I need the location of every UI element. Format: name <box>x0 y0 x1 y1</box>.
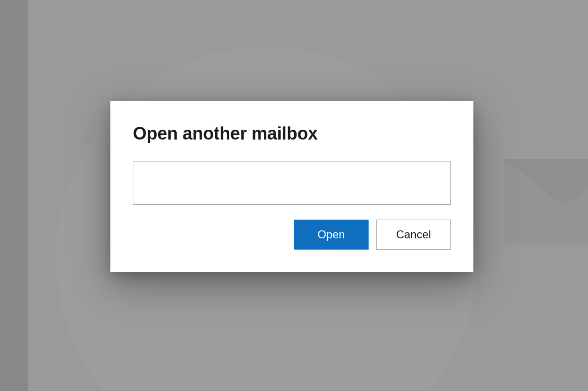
open-mailbox-dialog: Open another mailbox Open Cancel <box>110 101 473 272</box>
dialog-title: Open another mailbox <box>133 124 451 144</box>
open-button[interactable]: Open <box>294 220 369 250</box>
dialog-button-row: Open Cancel <box>133 220 451 250</box>
mailbox-input[interactable] <box>133 162 451 205</box>
modal-overlay: Open another mailbox Open Cancel <box>0 0 588 391</box>
cancel-button[interactable]: Cancel <box>376 220 451 250</box>
